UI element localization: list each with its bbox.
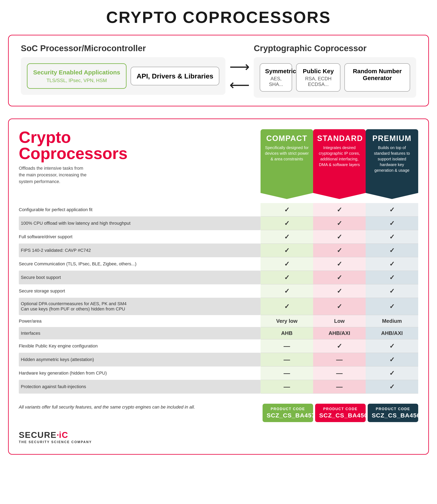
- feature-cell: ✓: [260, 217, 313, 230]
- feature-label: Hidden asymmetric keys (attestation): [19, 353, 260, 366]
- table-row: Protection against fault-injections——✓: [19, 380, 418, 393]
- soc-section: SoC Processor/Microcontroller Security E…: [21, 43, 225, 95]
- crypto-section: Cryptographic Coprocessor Symmetric AES,…: [254, 43, 416, 98]
- feature-cell: ✓: [313, 298, 366, 315]
- feature-cell: ✓: [260, 298, 313, 315]
- feature-cell: ✓: [366, 217, 418, 230]
- feature-label: Protection against fault-injections: [19, 380, 260, 393]
- feature-cell: AHB/AXI: [313, 327, 366, 339]
- logo-secure: SECURE: [19, 430, 57, 440]
- feature-label: Secure Communication (TLS, IPsec, BLE, Z…: [19, 257, 260, 271]
- security-app-title: Security Enabled Applications: [33, 69, 120, 76]
- compact-product-code: PRODUCT CODE SCZ_CS_BA457: [263, 404, 313, 422]
- feature-label: Configurable for perfect application fit: [19, 203, 260, 217]
- standard-desc: Integrates desired cryptographic IP core…: [317, 145, 362, 167]
- footer-note: All variants offer full security feature…: [19, 398, 260, 422]
- table-row: Secure storage support✓✓✓: [19, 284, 418, 298]
- table-row: Configurable for perfect application fit…: [19, 203, 418, 217]
- feature-cell: ✓: [366, 339, 418, 353]
- feature-cell: ✓: [366, 271, 418, 284]
- feature-cell: ✓: [313, 271, 366, 284]
- feature-cell: ✓: [260, 284, 313, 298]
- arrow-left-icon: ⟵: [229, 78, 250, 92]
- table-row: InterfacesAHBAHB/AXIAHB/AXI: [19, 327, 418, 339]
- feature-cell: ✓: [313, 339, 366, 353]
- feature-cell: —: [313, 380, 366, 393]
- api-box-text: API, Drivers & Libraries: [137, 72, 213, 80]
- product-desc: Offloads the intensive tasks from the ma…: [19, 165, 89, 185]
- feature-cell: ✓: [260, 230, 313, 244]
- feature-cell: —: [313, 366, 366, 380]
- comparison-section: Crypto Coprocessors Offloads the intensi…: [8, 119, 429, 455]
- crypto-box-symmetric: Symmetric AES, SHA...: [260, 63, 292, 92]
- features-table: Configurable for perfect application fit…: [19, 203, 418, 393]
- feature-label: Full software/driver support: [19, 230, 260, 244]
- feature-cell: ✓: [313, 203, 366, 217]
- feature-cell: ✓: [366, 284, 418, 298]
- arrow-right-icon: ⟶: [229, 60, 250, 74]
- feature-cell: ✓: [313, 284, 366, 298]
- page-title: CRYPTO COPROCESSORS: [8, 8, 429, 27]
- top-diagram: SoC Processor/Microcontroller Security E…: [8, 35, 429, 106]
- standard-header: STANDARD Integrates desired cryptographi…: [313, 129, 366, 193]
- feature-label: Hardware key generation (hidden from CPU…: [19, 366, 260, 380]
- logo-tagline: THE SECURITY SCIENCE COMPANY: [19, 440, 92, 444]
- feature-cell: ✓: [313, 230, 366, 244]
- premium-title: PREMIUM: [370, 134, 414, 143]
- feature-cell: —: [260, 366, 313, 380]
- feature-cell: ✓: [313, 217, 366, 230]
- premium-desc: Builds on top of standard features to su…: [370, 145, 414, 173]
- feature-cell: ✓: [260, 257, 313, 271]
- feature-label: Power/area: [19, 315, 260, 327]
- table-row: Secure Communication (TLS, IPsec, BLE, Z…: [19, 257, 418, 271]
- feature-label: Secure storage support: [19, 284, 260, 298]
- logo-area: SECURE · iC THE SECURITY SCIENCE COMPANY: [19, 430, 418, 444]
- feature-cell: —: [260, 339, 313, 353]
- product-main-title: Crypto Coprocessors: [19, 129, 260, 161]
- feature-cell: —: [260, 380, 313, 393]
- feature-cell: ✓: [313, 244, 366, 257]
- feature-label: Interfaces: [19, 327, 260, 339]
- table-row: Hidden asymmetric keys (attestation)——✓: [19, 353, 418, 366]
- table-row: Optional DPA countermeasures for AES, PK…: [19, 298, 418, 315]
- standard-product-code: PRODUCT CODE SCZ_CS_BA450: [315, 404, 366, 422]
- soc-label: SoC Processor/Microcontroller: [21, 43, 225, 53]
- feature-label: Optional DPA countermeasures for AES, PK…: [19, 298, 260, 315]
- feature-cell: ✓: [260, 203, 313, 217]
- feature-cell: ✓: [366, 244, 418, 257]
- feature-cell: ✓: [366, 298, 418, 315]
- feature-cell: ✓: [366, 230, 418, 244]
- feature-cell: ✓: [366, 366, 418, 380]
- feature-cell: ✓: [260, 244, 313, 257]
- crypto-box-publickey: Public Key RSA, ECDH ECDSA...: [296, 63, 340, 92]
- table-row: Full software/driver support✓✓✓: [19, 230, 418, 244]
- feature-cell: AHB/AXI: [366, 327, 418, 339]
- feature-cell: Very low: [260, 315, 313, 327]
- table-row: FIPS 140-2 validated: CAVP #C742✓✓✓: [19, 244, 418, 257]
- logo-dot: ·: [57, 430, 59, 440]
- table-row: Power/areaVery lowLowMedium: [19, 315, 418, 327]
- feature-label: Flexible Public Key engine configuration: [19, 339, 260, 353]
- table-row: Secure boot support✓✓✓: [19, 271, 418, 284]
- premium-product-code: PRODUCT CODE SCZ_CS_BA456: [368, 404, 418, 422]
- feature-label: FIPS 140-2 validated: CAVP #C742: [19, 244, 260, 257]
- compact-title: COMPACT: [265, 134, 309, 143]
- feature-cell: Medium: [366, 315, 418, 327]
- feature-cell: ✓: [313, 257, 366, 271]
- standard-title: STANDARD: [317, 134, 362, 143]
- feature-label: 100% CPU offload with low latency and hi…: [19, 217, 260, 230]
- feature-cell: AHB: [260, 327, 313, 339]
- feature-cell: ✓: [366, 257, 418, 271]
- feature-cell: Low: [313, 315, 366, 327]
- feature-cell: ✓: [366, 203, 418, 217]
- feature-label: Secure boot support: [19, 271, 260, 284]
- footer-area: All variants offer full security feature…: [19, 398, 418, 422]
- compact-desc: Specifically designed for devices with s…: [265, 145, 309, 162]
- table-row: Hardware key generation (hidden from CPU…: [19, 366, 418, 380]
- feature-cell: ✓: [366, 380, 418, 393]
- arrows-area: ⟶ ⟵: [225, 60, 254, 92]
- api-box: API, Drivers & Libraries: [130, 67, 219, 86]
- feature-cell: —: [313, 353, 366, 366]
- table-row: 100% CPU offload with low latency and hi…: [19, 217, 418, 230]
- logo-ic: iC: [59, 430, 68, 440]
